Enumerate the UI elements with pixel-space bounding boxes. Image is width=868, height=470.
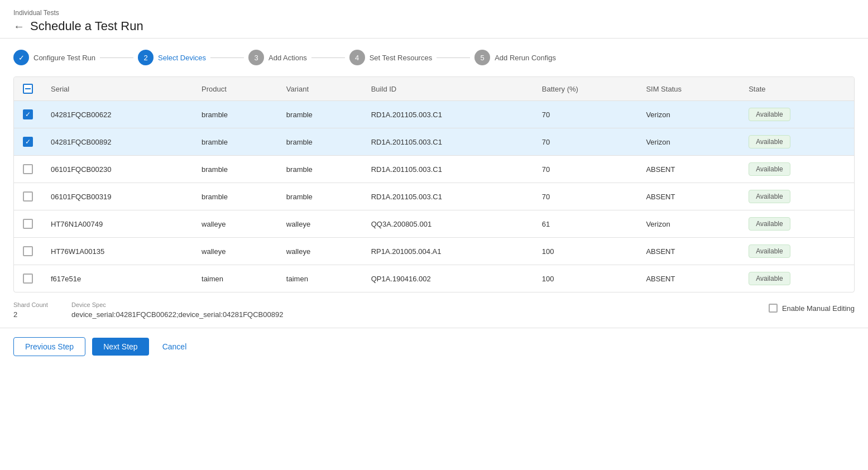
cell-2: walleye bbox=[277, 238, 362, 265]
cell-1: walleye bbox=[193, 210, 277, 238]
cell-0: HT76W1A00135 bbox=[42, 238, 193, 265]
cell-4: 100 bbox=[533, 265, 637, 292]
table-row: HT76W1A00135walleyewalleyeRP1A.201005.00… bbox=[14, 238, 854, 265]
select-all-checkbox[interactable] bbox=[23, 84, 33, 94]
page-header: Individual Tests ← Schedule a Test Run bbox=[0, 0, 868, 39]
cell-1: bramble bbox=[193, 156, 277, 183]
cell-3: QP1A.190416.002 bbox=[362, 265, 533, 292]
state-badge: Available bbox=[749, 190, 790, 203]
cell-state: Available bbox=[740, 128, 854, 156]
cell-state: Available bbox=[740, 238, 854, 265]
enable-manual-editing-block[interactable]: Enable Manual Editing bbox=[769, 304, 855, 313]
row-checkbox-1[interactable] bbox=[23, 137, 33, 147]
cell-4: 70 bbox=[533, 156, 637, 183]
state-badge: Available bbox=[749, 108, 790, 121]
step-circle-3: 3 bbox=[248, 50, 264, 65]
step-connector-4 bbox=[437, 57, 470, 58]
cell-5: Verizon bbox=[637, 128, 740, 156]
page-title: Schedule a Test Run bbox=[30, 19, 143, 33]
cell-2: bramble bbox=[277, 183, 362, 210]
cell-1: bramble bbox=[193, 128, 277, 156]
cell-1: bramble bbox=[193, 183, 277, 210]
col-state: State bbox=[740, 77, 854, 101]
col-product: Product bbox=[193, 77, 277, 101]
cell-0: 06101FQCB00230 bbox=[42, 156, 193, 183]
step-label-1: Configure Test Run bbox=[33, 54, 95, 62]
table-header-row: Serial Product Variant Build ID Battery … bbox=[14, 77, 854, 101]
cell-0: 04281FQCB00622 bbox=[42, 101, 193, 128]
shard-count-block: Shard Count 2 bbox=[13, 301, 58, 319]
step-circle-2: 2 bbox=[138, 50, 154, 65]
actions-bar: Previous Step Next Step Cancel bbox=[0, 328, 868, 365]
cell-3: RP1A.201005.004.A1 bbox=[362, 238, 533, 265]
step-circle-4: 4 bbox=[349, 50, 365, 65]
state-badge: Available bbox=[749, 244, 790, 258]
cell-state: Available bbox=[740, 183, 854, 210]
devices-table-container: Serial Product Variant Build ID Battery … bbox=[13, 76, 855, 292]
row-checkbox-0[interactable] bbox=[23, 109, 33, 119]
shard-count-label: Shard Count bbox=[13, 301, 58, 308]
back-button[interactable]: ← bbox=[13, 20, 25, 33]
cell-3: RD1A.201105.003.C1 bbox=[362, 156, 533, 183]
row-checkbox-5[interactable] bbox=[23, 246, 33, 256]
cell-2: bramble bbox=[277, 101, 362, 128]
step-1: ✓Configure Test Run bbox=[13, 50, 95, 65]
device-spec-block: Device Spec device_serial:04281FQCB00622… bbox=[71, 301, 855, 319]
breadcrumb: Individual Tests bbox=[13, 9, 855, 17]
step-4: 4Set Test Resources bbox=[349, 50, 432, 65]
row-checkbox-6[interactable] bbox=[23, 274, 33, 284]
bottom-section: Shard Count 2 Device Spec device_serial:… bbox=[0, 292, 868, 328]
cell-4: 70 bbox=[533, 128, 637, 156]
col-battery: Battery (%) bbox=[533, 77, 637, 101]
step-connector-3 bbox=[311, 57, 345, 58]
cell-0: 06101FQCB00319 bbox=[42, 183, 193, 210]
cell-5: ABSENT bbox=[637, 183, 740, 210]
cell-2: bramble bbox=[277, 156, 362, 183]
cell-3: RD1A.201105.003.C1 bbox=[362, 183, 533, 210]
cell-5: ABSENT bbox=[637, 265, 740, 292]
cell-3: QQ3A.200805.001 bbox=[362, 210, 533, 238]
cell-0: 04281FQCB00892 bbox=[42, 128, 193, 156]
device-spec-label: Device Spec bbox=[71, 301, 855, 308]
step-label-2: Select Devices bbox=[158, 54, 206, 62]
enable-manual-editing-checkbox[interactable] bbox=[769, 304, 778, 313]
table-row: f617e51etaimentaimenQP1A.190416.002100AB… bbox=[14, 265, 854, 292]
col-variant: Variant bbox=[277, 77, 362, 101]
row-checkbox-3[interactable] bbox=[23, 191, 33, 202]
cell-5: Verizon bbox=[637, 210, 740, 238]
col-serial: Serial bbox=[42, 77, 193, 101]
step-label-4: Set Test Resources bbox=[370, 54, 432, 62]
devices-table: Serial Product Variant Build ID Battery … bbox=[14, 77, 854, 292]
cell-0: f617e51e bbox=[42, 265, 193, 292]
cell-5: Verizon bbox=[637, 101, 740, 128]
cell-4: 70 bbox=[533, 183, 637, 210]
next-step-button[interactable]: Next Step bbox=[92, 338, 148, 356]
cell-state: Available bbox=[740, 265, 854, 292]
cancel-button[interactable]: Cancel bbox=[156, 338, 194, 356]
col-build-id: Build ID bbox=[362, 77, 533, 101]
cell-state: Available bbox=[740, 156, 854, 183]
state-badge: Available bbox=[749, 272, 790, 285]
table-row: 04281FQCB00892bramblebrambleRD1A.201105.… bbox=[14, 128, 854, 156]
cell-1: walleye bbox=[193, 238, 277, 265]
row-checkbox-4[interactable] bbox=[23, 219, 33, 229]
previous-step-button[interactable]: Previous Step bbox=[13, 337, 85, 356]
step-3: 3Add Actions bbox=[248, 50, 307, 65]
table-row: 04281FQCB00622bramblebrambleRD1A.201105.… bbox=[14, 101, 854, 128]
shard-count-value: 2 bbox=[13, 310, 58, 319]
row-checkbox-2[interactable] bbox=[23, 164, 33, 174]
col-sim-status: SIM Status bbox=[637, 77, 740, 101]
step-circle-1: ✓ bbox=[13, 50, 29, 65]
cell-2: walleye bbox=[277, 210, 362, 238]
cell-4: 100 bbox=[533, 238, 637, 265]
cell-5: ABSENT bbox=[637, 238, 740, 265]
cell-5: ABSENT bbox=[637, 156, 740, 183]
device-spec-value: device_serial:04281FQCB00622;device_seri… bbox=[71, 310, 855, 319]
cell-1: taimen bbox=[193, 265, 277, 292]
table-row: HT76N1A00749walleyewalleyeQQ3A.200805.00… bbox=[14, 210, 854, 238]
state-badge: Available bbox=[749, 217, 790, 231]
cell-4: 70 bbox=[533, 101, 637, 128]
cell-3: RD1A.201105.003.C1 bbox=[362, 128, 533, 156]
cell-3: RD1A.201105.003.C1 bbox=[362, 101, 533, 128]
table-row: 06101FQCB00319bramblebrambleRD1A.201105.… bbox=[14, 183, 854, 210]
